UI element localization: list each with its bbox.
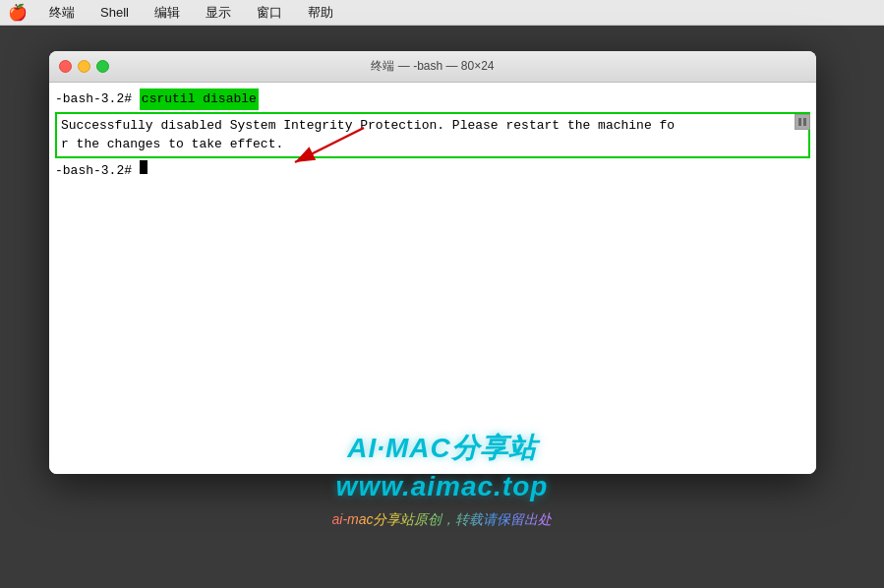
command-text: csrutil disable bbox=[140, 88, 259, 110]
command-line: -bash-3.2# csrutil disable bbox=[55, 88, 810, 110]
terminal-window: 终端 — -bash — 80×24 -bash-3.2# csrutil di… bbox=[49, 51, 816, 474]
scrollbar-icon[interactable] bbox=[795, 114, 810, 130]
svg-rect-3 bbox=[803, 118, 806, 126]
output-line-2: r the changes to take effect. bbox=[61, 135, 804, 154]
terminal-body[interactable]: -bash-3.2# csrutil disable Successfully … bbox=[49, 83, 816, 474]
watermark-subtitle: ai-mac分享站原创，转载请保留出处 bbox=[331, 511, 552, 529]
titlebar: 终端 — -bash — 80×24 bbox=[49, 51, 816, 83]
prompt-1: -bash-3.2# bbox=[55, 89, 140, 109]
menu-display[interactable]: 显示 bbox=[202, 2, 235, 24]
maximize-button[interactable] bbox=[96, 60, 109, 73]
minimize-button[interactable] bbox=[78, 60, 90, 73]
menu-help[interactable]: 帮助 bbox=[304, 2, 337, 24]
svg-rect-2 bbox=[798, 118, 801, 126]
prompt-3: -bash-3.2# bbox=[55, 161, 140, 181]
menu-shell[interactable]: Shell bbox=[96, 3, 133, 22]
window-title: 终端 — -bash — 80×24 bbox=[371, 58, 494, 75]
menu-window[interactable]: 窗口 bbox=[253, 2, 286, 24]
close-button[interactable] bbox=[59, 60, 72, 73]
cursor bbox=[140, 160, 147, 174]
menu-terminal[interactable]: 终端 bbox=[45, 2, 79, 24]
prompt-line-3: -bash-3.2# bbox=[55, 160, 810, 181]
output-block: Successfully disabled System Integrity P… bbox=[55, 112, 810, 158]
output-line-1: Successfully disabled System Integrity P… bbox=[61, 116, 804, 136]
traffic-lights bbox=[59, 60, 109, 73]
menubar: 🍎 终端 Shell 编辑 显示 窗口 帮助 bbox=[0, 0, 884, 26]
apple-menu[interactable]: 🍎 bbox=[8, 3, 28, 22]
menu-edit[interactable]: 编辑 bbox=[150, 2, 184, 24]
